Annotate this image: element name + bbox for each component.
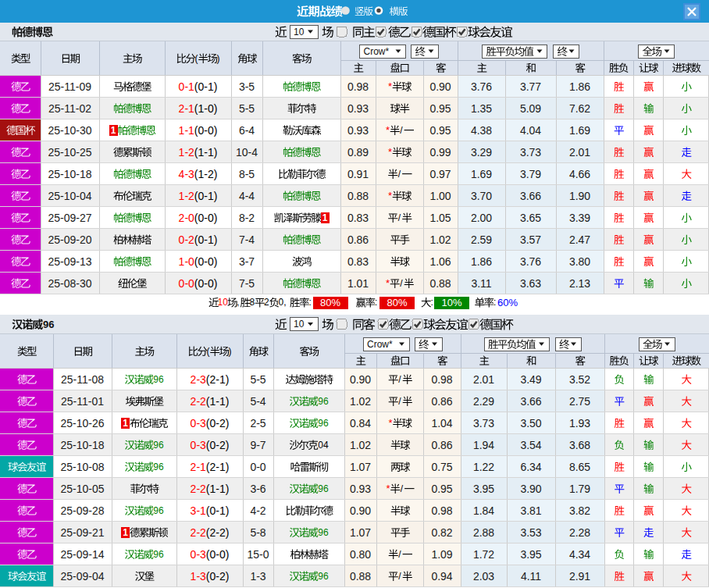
svg-text:(2-1): (2-1) bbox=[206, 373, 230, 386]
svg-text:10: 10 bbox=[218, 297, 229, 308]
svg-text:0.95: 0.95 bbox=[429, 102, 451, 115]
svg-text:3.70: 3.70 bbox=[471, 190, 492, 202]
svg-text:0.90: 0.90 bbox=[350, 504, 371, 517]
svg-text:96: 96 bbox=[153, 461, 164, 472]
svg-text:1.09: 1.09 bbox=[431, 548, 452, 561]
svg-text:3-1: 3-1 bbox=[191, 504, 206, 517]
svg-text:2.91: 2.91 bbox=[569, 570, 590, 583]
svg-text:1.79: 1.79 bbox=[569, 483, 590, 495]
svg-text:8: 8 bbox=[250, 297, 255, 308]
svg-text:(1-0): (1-0) bbox=[194, 102, 218, 115]
svg-text:0-3: 0-3 bbox=[191, 417, 206, 429]
svg-text:2.75: 2.75 bbox=[569, 395, 590, 408]
svg-text:25-10-18: 25-10-18 bbox=[48, 168, 91, 180]
svg-text:3.63: 3.63 bbox=[520, 277, 541, 290]
svg-text:0.80: 0.80 bbox=[350, 548, 371, 561]
svg-text:2-2: 2-2 bbox=[191, 395, 206, 408]
svg-text::: : bbox=[309, 297, 312, 308]
svg-text:3.79: 3.79 bbox=[520, 168, 541, 180]
svg-text:2.01: 2.01 bbox=[569, 146, 590, 159]
svg-text:96: 96 bbox=[153, 549, 164, 560]
svg-text:0,: 0, bbox=[279, 297, 287, 308]
svg-text:0.93: 0.93 bbox=[347, 124, 369, 137]
svg-text:2-0: 2-0 bbox=[179, 212, 194, 224]
svg-text:2.88: 2.88 bbox=[473, 526, 494, 539]
svg-text:2.29: 2.29 bbox=[473, 395, 494, 408]
svg-text:25-09-04: 25-09-04 bbox=[60, 570, 104, 583]
svg-text:3.73: 3.73 bbox=[473, 417, 494, 429]
svg-text:0.88: 0.88 bbox=[350, 570, 371, 583]
svg-text:1.07: 1.07 bbox=[350, 461, 371, 473]
svg-text:): ) bbox=[229, 346, 232, 357]
svg-text::: : bbox=[375, 297, 377, 308]
svg-text:10: 10 bbox=[294, 319, 305, 330]
svg-text:2-1: 2-1 bbox=[179, 102, 194, 115]
svg-text:7-5: 7-5 bbox=[239, 277, 255, 290]
svg-text:0-0: 0-0 bbox=[179, 277, 194, 290]
svg-text:25-10-05: 25-10-05 bbox=[60, 483, 104, 495]
svg-text:3.95: 3.95 bbox=[473, 483, 494, 495]
svg-text:25-10-18: 25-10-18 bbox=[60, 439, 104, 451]
svg-text:3.50: 3.50 bbox=[520, 417, 541, 429]
svg-text:,: , bbox=[237, 297, 239, 308]
svg-text:80%: 80% bbox=[387, 297, 407, 308]
svg-text:0-0: 0-0 bbox=[250, 461, 265, 473]
svg-text:0.83: 0.83 bbox=[347, 255, 369, 268]
svg-text:0.75: 0.75 bbox=[431, 461, 452, 473]
svg-text:2-2: 2-2 bbox=[191, 526, 206, 539]
svg-text:25-09-28: 25-09-28 bbox=[60, 504, 104, 517]
svg-text:2.03: 2.03 bbox=[473, 570, 494, 583]
svg-text:0.86: 0.86 bbox=[431, 395, 452, 408]
svg-text:2.59: 2.59 bbox=[471, 233, 492, 246]
svg-text:0.86: 0.86 bbox=[347, 233, 369, 246]
svg-text:0.95: 0.95 bbox=[429, 124, 451, 137]
svg-text:3.53: 3.53 bbox=[520, 526, 541, 539]
svg-text:0-3: 0-3 bbox=[191, 439, 206, 451]
svg-text:8.65: 8.65 bbox=[569, 461, 590, 473]
svg-text:3.77: 3.77 bbox=[520, 80, 541, 93]
svg-text:0.90: 0.90 bbox=[350, 373, 371, 386]
svg-text:3.54: 3.54 bbox=[520, 439, 541, 451]
svg-text:1: 1 bbox=[123, 527, 128, 538]
svg-text:3.81: 3.81 bbox=[520, 504, 541, 517]
svg-text:2.47: 2.47 bbox=[569, 233, 590, 246]
svg-text:0-1: 0-1 bbox=[179, 80, 194, 93]
svg-text:3.57: 3.57 bbox=[520, 233, 541, 246]
svg-text:1.86: 1.86 bbox=[569, 80, 590, 93]
svg-text:25-09-21: 25-09-21 bbox=[60, 526, 104, 539]
svg-text:4.11: 4.11 bbox=[521, 570, 541, 583]
svg-text:2: 2 bbox=[264, 297, 269, 308]
svg-text:3.11: 3.11 bbox=[471, 277, 491, 290]
svg-text:1.07: 1.07 bbox=[350, 526, 371, 539]
svg-text:*: * bbox=[388, 80, 392, 92]
svg-text:3.80: 3.80 bbox=[569, 255, 590, 268]
svg-text:3.82: 3.82 bbox=[569, 504, 590, 517]
svg-text:25-10-04: 25-10-04 bbox=[48, 190, 91, 202]
svg-text:3.52: 3.52 bbox=[569, 373, 590, 386]
svg-text:0.88: 0.88 bbox=[347, 190, 369, 202]
svg-text:1-3: 1-3 bbox=[191, 570, 206, 583]
svg-text:*: * bbox=[389, 417, 393, 429]
svg-text:25-11-01: 25-11-01 bbox=[61, 395, 104, 408]
svg-text:1.00: 1.00 bbox=[429, 190, 451, 202]
svg-text:*: * bbox=[386, 124, 390, 136]
svg-text:(0-2): (0-2) bbox=[206, 439, 230, 451]
svg-text:0.83: 0.83 bbox=[347, 212, 369, 224]
svg-text:0.89: 0.89 bbox=[347, 146, 369, 159]
svg-text:96: 96 bbox=[153, 374, 164, 385]
svg-text:1-1: 1-1 bbox=[179, 124, 194, 137]
svg-text:4.34: 4.34 bbox=[569, 548, 590, 561]
svg-text:(1-2): (1-2) bbox=[194, 168, 218, 180]
svg-text:96: 96 bbox=[318, 571, 329, 582]
svg-text:96: 96 bbox=[318, 418, 329, 429]
svg-text:25-11-02: 25-11-02 bbox=[48, 102, 91, 115]
svg-text:2-5: 2-5 bbox=[250, 417, 265, 429]
svg-text:3.66: 3.66 bbox=[520, 190, 541, 202]
svg-text:1.94: 1.94 bbox=[473, 439, 494, 451]
svg-text:2-1: 2-1 bbox=[191, 461, 206, 473]
svg-text:3.95: 3.95 bbox=[520, 548, 541, 561]
svg-text:0.93: 0.93 bbox=[350, 483, 371, 495]
svg-text:80%: 80% bbox=[320, 297, 340, 308]
svg-text:(0-0): (0-0) bbox=[194, 277, 218, 290]
svg-text:1: 1 bbox=[111, 125, 116, 136]
